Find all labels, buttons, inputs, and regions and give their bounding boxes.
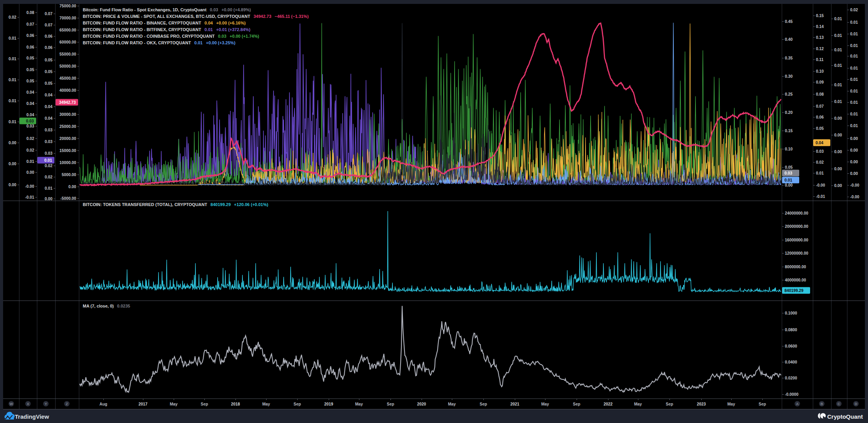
svg-text:0.01: 0.01 bbox=[834, 48, 842, 52]
svg-text:30000.00: 30000.00 bbox=[59, 112, 76, 117]
svg-text:BITCOIN: PRICE & VOLUME - SPOT: BITCOIN: PRICE & VOLUME - SPOT, ALL EXCH… bbox=[83, 14, 309, 19]
svg-text:8000000.00: 8000000.00 bbox=[785, 265, 806, 269]
svg-text:Sep: Sep bbox=[387, 402, 394, 406]
svg-text:MA (7, close, 0) 0.0235: MA (7, close, 0) 0.0235 bbox=[83, 304, 130, 308]
svg-text:0.13: 0.13 bbox=[816, 35, 824, 40]
svg-text:Sep: Sep bbox=[480, 402, 487, 406]
svg-text:BITCOIN: TOKENS TRANSFERRED (T: BITCOIN: TOKENS TRANSFERRED (TOTAL), CRY… bbox=[83, 202, 268, 207]
svg-text:0.01: 0.01 bbox=[834, 17, 842, 21]
svg-text:0.05: 0.05 bbox=[45, 81, 52, 86]
svg-text:-0.00: -0.00 bbox=[850, 195, 859, 199]
svg-text:0.05: 0.05 bbox=[26, 79, 34, 83]
svg-text:0.00: 0.00 bbox=[834, 150, 842, 154]
svg-text:-5000.00: -5000.00 bbox=[60, 196, 76, 201]
svg-text:-0.00: -0.00 bbox=[816, 183, 825, 187]
svg-text:May: May bbox=[262, 402, 270, 406]
svg-text:0.10: 0.10 bbox=[785, 147, 793, 151]
svg-text:75000.00: 75000.00 bbox=[59, 4, 76, 8]
svg-text:0.06: 0.06 bbox=[816, 115, 824, 119]
svg-text:0.07: 0.07 bbox=[816, 104, 824, 108]
svg-text:0.03: 0.03 bbox=[45, 151, 52, 156]
svg-text:0.04: 0.04 bbox=[45, 116, 52, 121]
svg-text:0.0600: 0.0600 bbox=[785, 344, 797, 348]
svg-text:0.15: 0.15 bbox=[816, 14, 824, 18]
svg-text:0.05: 0.05 bbox=[785, 165, 793, 170]
svg-text:-0.01: -0.01 bbox=[816, 194, 825, 199]
svg-text:Y: Y bbox=[45, 402, 47, 406]
svg-text:CryptoQuant: CryptoQuant bbox=[827, 413, 863, 420]
svg-text:0.00: 0.00 bbox=[834, 133, 842, 137]
svg-text:0.09: 0.09 bbox=[816, 80, 824, 84]
svg-text:0.02: 0.02 bbox=[9, 15, 16, 19]
svg-text:0.01: 0.01 bbox=[9, 36, 16, 40]
svg-text:May: May bbox=[727, 402, 735, 406]
svg-text:May: May bbox=[541, 402, 549, 406]
svg-text:0.00: 0.00 bbox=[850, 160, 858, 164]
svg-text:0.07: 0.07 bbox=[45, 12, 52, 16]
svg-text:12000000.00: 12000000.00 bbox=[785, 251, 808, 255]
svg-text:0.00: 0.00 bbox=[834, 116, 842, 121]
svg-text:0.01: 0.01 bbox=[834, 63, 842, 68]
svg-text:0.04: 0.04 bbox=[45, 93, 52, 97]
svg-text:May: May bbox=[448, 402, 456, 406]
svg-text:0.08: 0.08 bbox=[816, 92, 824, 96]
svg-text:0.30: 0.30 bbox=[785, 74, 793, 79]
svg-text:Sep: Sep bbox=[666, 402, 673, 406]
svg-text:20000.00: 20000.00 bbox=[59, 136, 76, 141]
svg-text:0.00: 0.00 bbox=[834, 167, 842, 171]
svg-text:0.25: 0.25 bbox=[785, 92, 793, 96]
svg-text:0.0200: 0.0200 bbox=[785, 376, 797, 380]
svg-text:2019: 2019 bbox=[324, 402, 333, 406]
svg-text:55000.00: 55000.00 bbox=[59, 52, 76, 56]
svg-text:0.01: 0.01 bbox=[850, 112, 858, 116]
svg-text:0.06: 0.06 bbox=[45, 45, 52, 50]
svg-text:0.15: 0.15 bbox=[785, 129, 793, 133]
svg-text:0.0800: 0.0800 bbox=[785, 328, 797, 332]
svg-text:40000.00: 40000.00 bbox=[59, 88, 76, 93]
svg-text:0.00: 0.00 bbox=[68, 185, 76, 189]
svg-text:2021: 2021 bbox=[511, 402, 519, 406]
svg-text:2020: 2020 bbox=[417, 402, 426, 406]
svg-text:Aug: Aug bbox=[99, 402, 107, 406]
svg-text:0.01: 0.01 bbox=[9, 99, 16, 103]
svg-text:0.20: 0.20 bbox=[785, 110, 793, 115]
svg-text:60000.00: 60000.00 bbox=[59, 40, 76, 44]
svg-text:0.05: 0.05 bbox=[26, 68, 34, 72]
svg-text:0.01: 0.01 bbox=[9, 78, 16, 82]
svg-text:Sep: Sep bbox=[294, 402, 301, 406]
svg-text:BITCOIN: FUND FLOW RATIO - OKX: BITCOIN: FUND FLOW RATIO - OKX, CRYPTOQU… bbox=[83, 40, 235, 45]
svg-text:0.00: 0.00 bbox=[785, 183, 793, 187]
svg-text:0.02: 0.02 bbox=[816, 160, 824, 164]
svg-text:0.01: 0.01 bbox=[26, 159, 34, 164]
svg-text:840199.29: 840199.29 bbox=[784, 288, 804, 293]
svg-text:X: X bbox=[27, 402, 29, 406]
svg-text:0.01: 0.01 bbox=[850, 20, 858, 24]
svg-text:0.02: 0.02 bbox=[26, 136, 34, 141]
svg-text:2017: 2017 bbox=[139, 402, 148, 406]
svg-text:-0.0000: -0.0000 bbox=[785, 392, 798, 397]
svg-text:-0.00: -0.00 bbox=[850, 183, 859, 187]
svg-text:0.04: 0.04 bbox=[26, 90, 34, 94]
svg-text:0.06: 0.06 bbox=[26, 45, 34, 49]
svg-text:May: May bbox=[634, 402, 642, 406]
svg-text:May: May bbox=[355, 402, 363, 406]
svg-text:C: C bbox=[838, 402, 840, 406]
svg-text:0.02: 0.02 bbox=[45, 164, 52, 168]
svg-text:0.40: 0.40 bbox=[785, 37, 793, 42]
svg-text:5000.00: 5000.00 bbox=[62, 173, 76, 177]
svg-text:70000.00: 70000.00 bbox=[59, 16, 76, 20]
svg-text:34942.73: 34942.73 bbox=[59, 100, 76, 105]
svg-text:0.01: 0.01 bbox=[834, 33, 842, 38]
svg-text:0.00: 0.00 bbox=[850, 148, 858, 152]
svg-text:0.03: 0.03 bbox=[784, 171, 792, 175]
svg-text:0.02: 0.02 bbox=[26, 148, 34, 152]
svg-text:0.00: 0.00 bbox=[850, 171, 858, 176]
svg-text:0.06: 0.06 bbox=[26, 33, 34, 38]
svg-text:20000000.00: 20000000.00 bbox=[785, 224, 808, 229]
svg-text:D: D bbox=[855, 402, 858, 406]
svg-text:W: W bbox=[10, 402, 13, 406]
svg-text:0.01: 0.01 bbox=[850, 77, 858, 82]
svg-text:-0.00: -0.00 bbox=[25, 184, 35, 189]
svg-text:BITCOIN: FUND FLOW RATIO - COI: BITCOIN: FUND FLOW RATIO - COINBASE PRO,… bbox=[83, 34, 259, 38]
svg-text:0.06: 0.06 bbox=[45, 34, 52, 38]
